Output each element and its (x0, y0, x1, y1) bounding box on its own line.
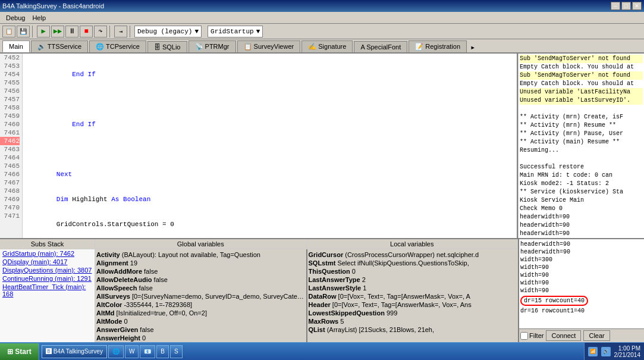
log-line: headerwidth=90 (520, 230, 643, 238)
log-line: Unused variable 'LastFacilityNa (520, 88, 643, 96)
debug-step-button[interactable]: ↷ (94, 26, 107, 37)
var-item: SQLstmt Select ifNull(SkipQuestions.Ques… (309, 259, 517, 267)
variables-content: Activity (BALayout): Layout not availabl… (95, 249, 518, 342)
debug-dropdown-arrow[interactable]: ▼ (194, 28, 199, 35)
taskbar-item-basic4[interactable]: B (156, 345, 169, 358)
taskbar-item-outlook[interactable]: 📧 (140, 345, 155, 358)
var-item: AnswerGiven false (96, 325, 305, 334)
line-num-error: 7462 (0, 137, 20, 145)
subs-item[interactable]: QDisplay (main): 4017 (0, 258, 95, 266)
toolbar-btn-3[interactable]: ⇥ (114, 26, 127, 37)
tray-network-icon: 📶 (588, 347, 598, 356)
right-bottom-buttons: Filter Connect Clear (519, 328, 644, 342)
tab-signature[interactable]: ✍ Signature (301, 40, 353, 52)
subs-item[interactable]: DisplayQuestions (main): 3807 (0, 266, 95, 274)
var-item: Alignment 19 (96, 259, 305, 267)
line-num: 7453 (0, 62, 20, 70)
var-item: AltColor -3355444, 1=-7829368] (96, 300, 305, 309)
log-line: ** Activity (main) Resume ** (520, 138, 643, 146)
debug-play2-button[interactable]: ▶▶ (51, 26, 64, 37)
log-line: headerwidth=90 (520, 213, 643, 221)
global-vars-title: Global variables (95, 239, 307, 249)
line-num: 7464 (0, 154, 20, 162)
var-item: MaxRows 5 (309, 317, 517, 325)
debug-stop-button[interactable]: ■ (80, 26, 93, 37)
log-line: ** Activity (mrn) Resume ** (520, 121, 643, 130)
tray-clock: 1:00 PM (614, 345, 641, 352)
global-vars-panel[interactable]: Activity (BALayout): Layout not availabl… (95, 249, 307, 342)
startup-dropdown-arrow[interactable]: ▼ (256, 28, 260, 35)
log-line (520, 155, 643, 163)
toolbar-btn-1[interactable]: 📋 (2, 26, 15, 37)
taskbar: ⊞ Start 🅱 B4A TalkingSurvey 🌐 W 📧 B S 📶 … (0, 342, 644, 360)
minimize-button[interactable]: – (611, 2, 620, 10)
rb-line: headerwidth=90 (520, 248, 643, 256)
clear-button[interactable]: Clear (583, 330, 610, 341)
log-line: Main MRN id: t code: 0 can (520, 171, 643, 180)
titlebar: B4A TalkingSurvey - Basic4android – □ ✕ (0, 0, 644, 12)
code-content[interactable]: End If End If Next Dim Highlight As Bool… (23, 54, 517, 238)
rb-line: headerwidth=90 (520, 240, 643, 248)
toolbar-sep-2 (109, 26, 112, 37)
log-line: Check Memo 0 (520, 205, 643, 213)
startup-dropdown[interactable]: GridStartup ▼ (208, 26, 263, 37)
tab-surveyviewer[interactable]: 📋 SurveyViewer (237, 40, 301, 52)
local-vars-panel[interactable]: GridCursor (CrossProcessCursorWrapper) n… (307, 249, 519, 342)
log-line: Successful restore (520, 163, 643, 171)
code-line (23, 145, 517, 154)
taskbar-item-b4a[interactable]: 🅱 B4A TalkingSurvey (42, 345, 107, 358)
maximize-button[interactable]: □ (621, 2, 631, 10)
rb-line: width=90 (520, 287, 643, 295)
line-num: 7459 (0, 112, 20, 120)
taskbar-item-word[interactable]: W (125, 345, 139, 358)
taskbar-icon-outlook: 📧 (144, 348, 151, 355)
var-item: DataRow [0=[Vox=, Text=, Tag=[AnswerMask… (309, 292, 517, 300)
connect-button[interactable]: Connect (546, 330, 581, 341)
taskbar-icon-basic4: B (161, 348, 165, 355)
log-line: Sub 'SendMagToServer' not found (520, 71, 643, 80)
line-num: 7468 (0, 187, 20, 195)
taskbar-item-ie[interactable]: 🌐 (108, 345, 124, 358)
code-line: Dim Highlight As Boolean (23, 195, 517, 204)
debug-play-button[interactable]: ▶ (37, 26, 50, 37)
subs-item[interactable]: ContinueRunning (main): 1291 (0, 274, 95, 283)
var-item: AllowAddMore false (96, 267, 305, 276)
tab-scroll-right[interactable]: ▸ (470, 42, 475, 52)
titlebar-title: B4A TalkingSurvey - Basic4android (2, 2, 104, 10)
filter-check-input[interactable] (520, 332, 528, 340)
titlebar-controls: – □ ✕ (611, 2, 642, 10)
subs-item[interactable]: GridStartup (main): 7462 (0, 249, 95, 258)
taskbar-item-skype[interactable]: S (170, 345, 183, 358)
start-button[interactable]: ⊞ Start (0, 343, 39, 360)
line-num: 7452 (0, 54, 20, 62)
var-item: LastAnswerType 2 (309, 276, 517, 284)
tab-main[interactable]: Main (2, 40, 30, 52)
var-item: LowestSkippedQuestion 999 (309, 309, 517, 317)
tab-registration[interactable]: 📝 Registration (409, 40, 467, 52)
debug-pause-button[interactable]: ⏸ (65, 26, 78, 37)
tab-specialfont[interactable]: A SpecialFont (354, 41, 407, 52)
tab-sqlio[interactable]: 🗄 SQLio (147, 41, 187, 52)
startup-label: GridStartup (211, 28, 254, 35)
taskbar-icon-skype: S (174, 348, 178, 355)
taskbar-icon-word: W (129, 348, 134, 355)
line-num: 7469 (0, 195, 20, 204)
var-item: AltMode 0 (96, 317, 305, 325)
close-button[interactable]: ✕ (632, 2, 642, 10)
rb-line: width=90 (520, 279, 643, 287)
subs-item[interactable]: HeartBeatTimer_Tick (main): 168 (0, 283, 95, 298)
menu-help[interactable]: Help (29, 13, 49, 23)
tab-tcpservice[interactable]: 🌐 TCPservice (89, 40, 146, 52)
log-line: Empty Catch block. You should at (520, 80, 643, 88)
menu-debug[interactable]: Debug (2, 13, 29, 23)
filter-checkbox[interactable]: Filter (520, 332, 544, 340)
tab-ptrmgr[interactable]: 📡 PTRMgr (189, 40, 236, 52)
tray-volume-icon: 🔊 (601, 347, 611, 356)
toolbar-btn-2[interactable]: 💾 (17, 26, 30, 37)
line-num: 7471 (0, 212, 20, 220)
line-num: 7457 (0, 95, 20, 104)
variables-header: Global variables Local variables (95, 239, 518, 249)
debug-mode-dropdown[interactable]: Debug (legacy) ▼ (134, 26, 202, 37)
toolbar-sep-1 (32, 26, 34, 37)
tab-ttsservice[interactable]: 🔊 TTSService (31, 40, 88, 52)
